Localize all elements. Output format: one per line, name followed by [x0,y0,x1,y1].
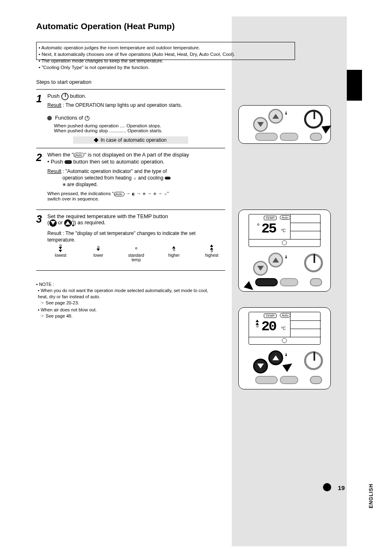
steps-heading: Steps to start operation [36,79,225,85]
thermometer-icon: 🌡 [284,352,288,357]
timer-button[interactable] [310,376,322,384]
temp-up-button[interactable] [268,350,283,365]
mode-button[interactable] [255,278,278,286]
text: When the " [47,152,74,158]
divider [36,270,225,271]
function-line: When pushed during stop ............. Op… [54,128,220,133]
mode-sequence-note: When pressed, the indications "Auto → ◐ … [47,191,220,201]
indicator-label: lowest [52,253,69,258]
power-icon [61,93,69,100]
step-text: Push button. Result : The OPERATION lamp… [47,93,220,133]
see-page: ☞ See page 20-23. [40,300,213,306]
temperature-indicator-scale: lowest lower standard temp higher [52,245,220,262]
indicator-higher: higher [166,245,182,258]
mode-button[interactable] [255,376,278,384]
step-number: 2 [36,152,46,164]
divider [36,89,225,90]
indicator-label: standard temp [128,253,144,262]
remote-illustration-1: 🌡 [238,105,331,144]
function-line: When pushed during operation .... Operat… [54,123,220,128]
note-line: • When air does not blow out. [38,307,213,313]
step-text: Set the required temperature with the TE… [47,213,220,262]
timer-button[interactable] [310,133,322,141]
fan-icon [282,240,287,245]
remote-illustration-2: TEMP. Auto 25 °C 🌡 [238,210,331,292]
lcd-display: TEMP. Auto 25 °C [249,214,321,247]
temperature-value: 20 [261,319,276,334]
power-button[interactable] [304,253,323,272]
see-ref: See page 20-23. [46,300,79,305]
functions-heading: Functions of [55,115,90,121]
thermometer-icon: 🌡 [284,254,288,259]
text: " is not displayed on the A part of the … [84,152,189,158]
temperature-value: 25 [261,221,276,237]
step-3: 3 Set the required temperature with the … [36,213,225,262]
highest-indicator-icon [256,320,259,327]
temp-up-button[interactable] [268,109,283,124]
mode-indicator-icon [257,223,259,226]
divider [36,148,225,148]
step-number: 1 [36,93,46,105]
indicator-label: highest [203,253,220,258]
page-number: 19 [338,484,345,491]
auto-icon: Auto [74,153,84,157]
intro-line: • Automatic operation judges the room te… [39,44,290,51]
cursor-pointer-icon [282,360,294,372]
intro-line: • Next, it automatically chooses one of … [39,51,290,58]
button[interactable] [280,376,298,384]
temp-down-button[interactable] [253,359,268,373]
indicator-label: lower [90,253,106,258]
note-line: • When you do not want the operation mod… [38,288,213,300]
button[interactable] [280,278,298,286]
page-number-circle [323,483,331,491]
main-content: Automatic Operation (Heat Pump) • Automa… [36,21,225,319]
section-label-text: In case of automatic operation [101,137,167,143]
temp-down-button[interactable] [253,261,268,276]
temp-up-icon [64,219,71,227]
step-text: When the "Auto" is not displayed on the … [47,152,220,201]
degree-c: °C [281,228,286,233]
page-title: Automatic Operation (Heat Pump) [36,21,225,31]
fan-icon [282,338,287,343]
bullet-icon [47,116,52,120]
indicator-standard: standard temp [128,245,144,262]
indicator-highest: highest [203,245,220,258]
temp-down-icon [49,219,57,227]
indicator-lower: lower [90,245,106,258]
degree-c: °C [281,326,286,331]
section-label: In case of automatic operation [73,136,188,144]
step-2: 2 When the "Auto" is not displayed on th… [36,152,225,201]
mode-button[interactable] [255,133,278,141]
divider [36,210,225,210]
thermometer-icon: 🌡 [284,111,288,115]
thermometer-icon [71,221,74,226]
step-result: Result : The "display of set temperature… [47,230,220,243]
note-block: • NOTE : • When you do not want the oper… [36,281,213,319]
temp-label: TEMP. [264,216,277,220]
auto-icon: Auto [114,192,125,196]
power-button[interactable] [304,351,323,370]
indicator-label: higher [166,253,182,258]
cool-icon [165,177,171,180]
see-page: ☞ See page 48. [40,313,213,319]
temp-up-button[interactable] [268,253,283,267]
diamond-icon [94,138,99,143]
see-ref: See page 48. [46,313,72,318]
indicator-lowest: lowest [52,245,69,258]
temp-down-button[interactable] [253,117,268,132]
step-number: 3 [36,213,46,225]
remote-illustration-3: TEMP. Auto 20 °C 🌡 [238,307,331,389]
step-result: Result : "Automatic operation indicator"… [47,168,220,188]
note-title: • NOTE : [36,281,213,288]
power-button[interactable] [304,110,323,129]
intro-line: • "Cooling Only Type" is not operated by… [39,64,290,71]
temp-label: TEMP. [264,313,277,318]
side-tab [347,70,362,101]
cursor-pointer-icon [244,281,256,293]
auto-label: Auto [76,153,82,157]
button[interactable] [280,133,298,141]
power-icon [85,116,90,121]
timer-button[interactable] [310,278,322,286]
auto-label: Auto [280,313,291,318]
lcd-display: TEMP. Auto 20 °C [249,312,321,345]
